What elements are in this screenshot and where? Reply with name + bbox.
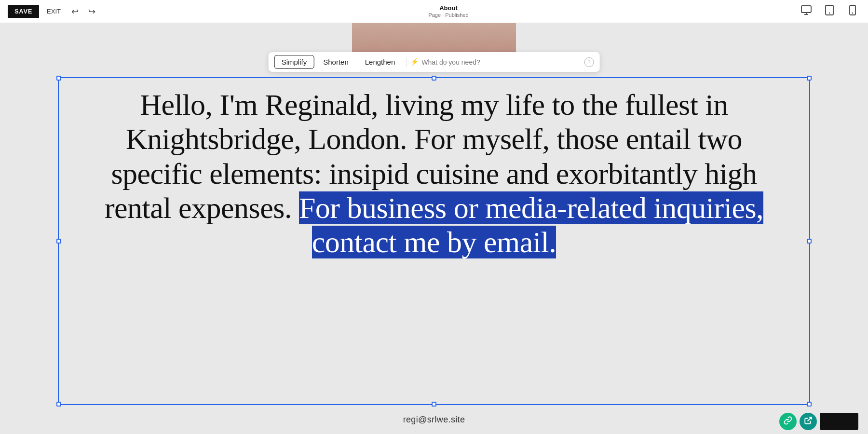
lightning-icon: ⚡ [410, 58, 419, 66]
main-text[interactable]: Hello, I'm Reginald, living my life to t… [59, 78, 809, 269]
help-icon[interactable]: ? [584, 57, 594, 67]
ai-input-area: ⚡ ? [410, 57, 594, 67]
link-icon [784, 416, 792, 427]
canvas: Simplify Shorten Lengthen ⚡ ? Hello, I'm… [0, 23, 868, 434]
undo-icon: ↩ [71, 7, 79, 16]
ai-toolbar-divider [406, 57, 407, 67]
toolbar-right [799, 2, 860, 20]
simplify-button[interactable]: Simplify [274, 55, 314, 69]
ai-input[interactable] [421, 58, 581, 66]
lengthen-button[interactable]: Lengthen [358, 55, 403, 69]
page-subtitle: Page · Published [428, 12, 468, 18]
bottom-bar: regi@srlwe.site [0, 405, 868, 434]
bottom-right-buttons [779, 413, 858, 430]
black-rect [820, 413, 858, 430]
desktop-view-button[interactable] [799, 2, 814, 20]
mobile-icon [847, 4, 858, 16]
toolbar-center: About Page · Published [98, 4, 799, 18]
exit-button[interactable]: EXIT [43, 6, 65, 17]
shorten-button[interactable]: Shorten [316, 55, 356, 69]
desktop-icon [800, 4, 812, 16]
svg-rect-0 [801, 6, 811, 13]
page-title: About [439, 4, 458, 12]
link-button[interactable] [779, 413, 797, 430]
redo-button[interactable]: ↪ [85, 5, 98, 18]
tablet-icon [824, 4, 835, 16]
toolbar-left: SAVE EXIT ↩ ↪ [8, 5, 98, 18]
main-text-selected: For business or media-related inquiries,… [299, 191, 763, 258]
svg-line-7 [808, 417, 812, 421]
tablet-view-button[interactable] [822, 2, 837, 20]
share-button[interactable] [800, 413, 817, 430]
content-block[interactable]: Hello, I'm Reginald, living my life to t… [58, 77, 810, 405]
undo-button[interactable]: ↩ [68, 5, 81, 18]
save-button[interactable]: SAVE [8, 5, 39, 18]
mobile-view-button[interactable] [845, 2, 860, 20]
ai-toolbar: Simplify Shorten Lengthen ⚡ ? [269, 52, 600, 72]
share-icon [804, 416, 813, 427]
toolbar: SAVE EXIT ↩ ↪ About Page · Published [0, 0, 868, 23]
email-link[interactable]: regi@srlwe.site [403, 415, 465, 425]
redo-icon: ↪ [88, 7, 95, 16]
